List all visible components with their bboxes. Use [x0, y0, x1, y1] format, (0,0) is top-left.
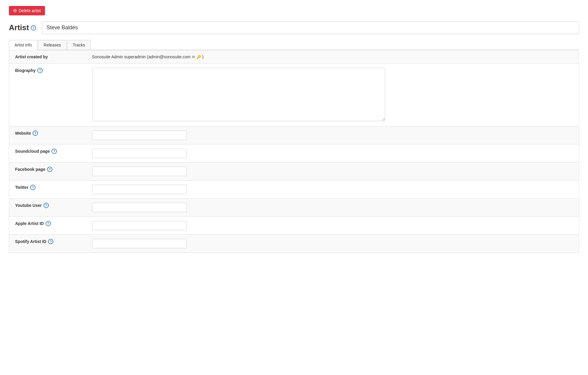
artist-info-table: Artist created by Sonosuite Admin supera… — [9, 50, 579, 253]
website-label: Website — [15, 131, 31, 136]
website-help-icon[interactable]: ? — [33, 131, 38, 136]
tab-tracks-label: Tracks — [73, 43, 85, 47]
website-row: Website ? — [9, 126, 579, 144]
twitter-label: Twitter — [15, 185, 28, 190]
artist-header: Artist ? — [9, 21, 579, 34]
youtube-input[interactable] — [92, 203, 187, 212]
delete-artist-button[interactable]: ⊖ Delete artist — [9, 6, 45, 15]
apple-artist-id-label: Apple Artist ID — [15, 221, 44, 226]
artist-created-by-row: Artist created by Sonosuite Admin supera… — [9, 50, 579, 64]
apple-artist-id-input[interactable] — [92, 221, 187, 230]
delete-button-label: Delete artist — [19, 8, 41, 13]
apple-artist-id-value-cell — [86, 217, 579, 235]
apple-artist-id-label-cell: Apple Artist ID ? — [9, 217, 86, 235]
artist-label-text: Artist — [9, 23, 29, 32]
youtube-row: Youtube User ? — [9, 199, 579, 217]
soundcloud-label: Soundcloud page — [15, 149, 50, 154]
biography-textarea[interactable] — [92, 68, 385, 121]
spotify-artist-id-input[interactable] — [92, 239, 187, 248]
key-icon: 🔑 — [196, 55, 201, 59]
tab-artist-info-label: Artist info — [15, 43, 32, 47]
tab-releases[interactable]: Releases — [38, 40, 66, 50]
biography-label: Biography — [15, 68, 36, 73]
spotify-artist-id-label-cell: Spotify Artist ID ? — [9, 235, 86, 253]
artist-name-input[interactable] — [42, 21, 579, 34]
youtube-label: Youtube User — [15, 203, 42, 208]
artist-help-icon[interactable]: ? — [31, 25, 36, 30]
apple-artist-id-help-icon[interactable]: ? — [46, 221, 51, 226]
apple-artist-id-row: Apple Artist ID ? — [9, 217, 579, 235]
website-label-cell: Website ? — [9, 126, 86, 144]
biography-help-icon[interactable]: ? — [37, 68, 43, 73]
created-by-closing: ) — [202, 54, 204, 59]
facebook-value-cell — [86, 162, 579, 181]
facebook-help-icon[interactable]: ? — [47, 167, 52, 172]
youtube-help-icon[interactable]: ? — [44, 203, 49, 208]
email-icon: ✉ — [192, 55, 195, 59]
youtube-label-cell: Youtube User ? — [9, 199, 86, 217]
artist-created-by-value-cell: Sonosuite Admin superadmin (admin@sonosu… — [86, 50, 579, 64]
twitter-label-cell: Twitter ? — [9, 181, 86, 199]
twitter-input[interactable] — [92, 185, 187, 194]
spotify-artist-id-label: Spotify Artist ID — [15, 239, 46, 244]
soundcloud-help-icon[interactable]: ? — [52, 149, 57, 154]
spotify-artist-id-value-cell — [86, 235, 579, 253]
tab-artist-info[interactable]: Artist info — [9, 40, 37, 50]
artist-created-by-label: Artist created by — [15, 54, 48, 59]
facebook-input[interactable] — [92, 167, 187, 176]
artist-label: Artist ? — [9, 23, 36, 32]
tab-tracks[interactable]: Tracks — [67, 40, 91, 50]
spotify-artist-id-help-icon[interactable]: ? — [48, 239, 53, 244]
delete-icon: ⊖ — [13, 8, 17, 13]
soundcloud-input[interactable] — [92, 149, 187, 158]
facebook-label: Facebook page — [15, 167, 45, 172]
twitter-help-icon[interactable]: ? — [30, 185, 36, 190]
spotify-artist-id-row: Spotify Artist ID ? — [9, 235, 579, 253]
website-value-cell — [86, 126, 579, 144]
facebook-row: Facebook page ? — [9, 162, 579, 181]
twitter-row: Twitter ? — [9, 181, 579, 199]
soundcloud-value-cell — [86, 144, 579, 162]
tabs-container: Artist info Releases Tracks — [9, 40, 579, 50]
youtube-value-cell — [86, 199, 579, 217]
website-input[interactable] — [92, 131, 187, 140]
biography-label-cell: Biography ? — [9, 64, 86, 126]
created-by-name: Sonosuite Admin superadmin (admin@sonosu… — [92, 54, 191, 59]
facebook-label-cell: Facebook page ? — [9, 162, 86, 181]
artist-created-by-label-cell: Artist created by — [9, 50, 86, 64]
biography-value-cell — [86, 64, 579, 126]
soundcloud-row: Soundcloud page ? — [9, 144, 579, 162]
biography-row: Biography ? — [9, 64, 579, 126]
soundcloud-label-cell: Soundcloud page ? — [9, 144, 86, 162]
twitter-value-cell — [86, 181, 579, 199]
tab-releases-label: Releases — [44, 43, 61, 47]
artist-created-by-text: Sonosuite Admin superadmin (admin@sonosu… — [92, 54, 573, 59]
